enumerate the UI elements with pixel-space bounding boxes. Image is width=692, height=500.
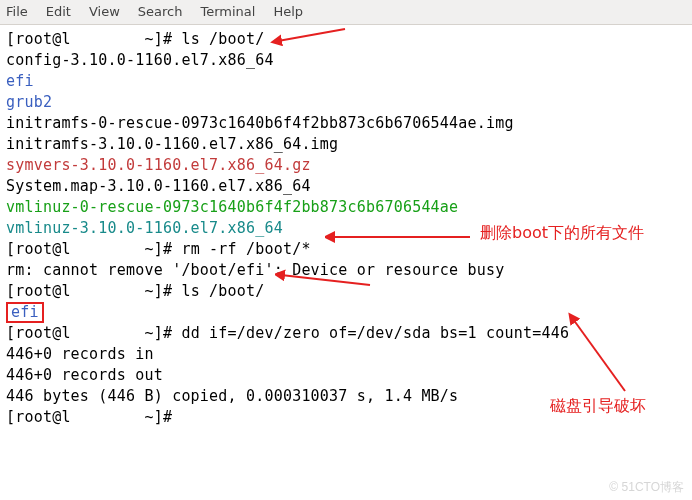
ls-initramfs-rescue: initramfs-0-rescue-0973c1640b6f4f2bb873c…: [6, 114, 514, 132]
watermark: © 51CTO博客: [609, 479, 684, 496]
menu-file[interactable]: File: [6, 3, 28, 21]
ls-vmlinuz: vmlinuz-3.10.0-1160.el7.x86_64: [6, 219, 283, 237]
menu-view[interactable]: View: [89, 3, 120, 21]
annotation-text-delete: 删除boot下的所有文件: [480, 222, 644, 244]
cmd-dd: dd if=/dev/zero of=/dev/sda bs=1 count=4…: [172, 324, 569, 342]
cmd-ls-2: ls /boot/: [172, 282, 264, 300]
annotation-text-disk: 磁盘引导破坏: [550, 395, 646, 417]
prompt-line-1: [root@l ~]# ls /boot/: [6, 30, 265, 48]
prompt-line-idle: [root@l ~]#: [6, 408, 181, 426]
cmd-ls-1: ls /boot/: [172, 30, 264, 48]
ls-vmlinuz-rescue: vmlinuz-0-rescue-0973c1640b6f4f2bb873c6b…: [6, 198, 458, 216]
menu-help[interactable]: Help: [273, 3, 303, 21]
dd-out-summary: 446 bytes (446 B) copied, 0.000310037 s,…: [6, 387, 458, 405]
prompt-line-rm: [root@l ~]# rm -rf /boot/*: [6, 240, 311, 258]
menu-edit[interactable]: Edit: [46, 3, 71, 21]
menu-search[interactable]: Search: [138, 3, 183, 21]
rm-error: rm: cannot remove '/boot/efi': Device or…: [6, 261, 504, 279]
dd-out-records-in: 446+0 records in: [6, 345, 154, 363]
ls-symvers: symvers-3.10.0-1160.el7.x86_64.gz: [6, 156, 311, 174]
ls-efi: efi: [6, 72, 34, 90]
prompt-line-ls2: [root@l ~]# ls /boot/: [6, 282, 265, 300]
ls-grub2: grub2: [6, 93, 52, 111]
ls-sysmap: System.map-3.10.0-1160.el7.x86_64: [6, 177, 311, 195]
menu-terminal[interactable]: Terminal: [200, 3, 255, 21]
ls-initramfs: initramfs-3.10.0-1160.el7.x86_64.img: [6, 135, 338, 153]
prompt-line-dd: [root@l ~]# dd if=/dev/zero of=/dev/sda …: [6, 324, 569, 342]
dd-out-records-out: 446+0 records out: [6, 366, 163, 384]
ls2-efi-highlighted: efi: [6, 302, 44, 323]
cmd-rm: rm -rf /boot/*: [172, 240, 310, 258]
menu-bar: File Edit View Search Terminal Help: [0, 0, 692, 25]
ls-config: config-3.10.0-1160.el7.x86_64: [6, 51, 274, 69]
